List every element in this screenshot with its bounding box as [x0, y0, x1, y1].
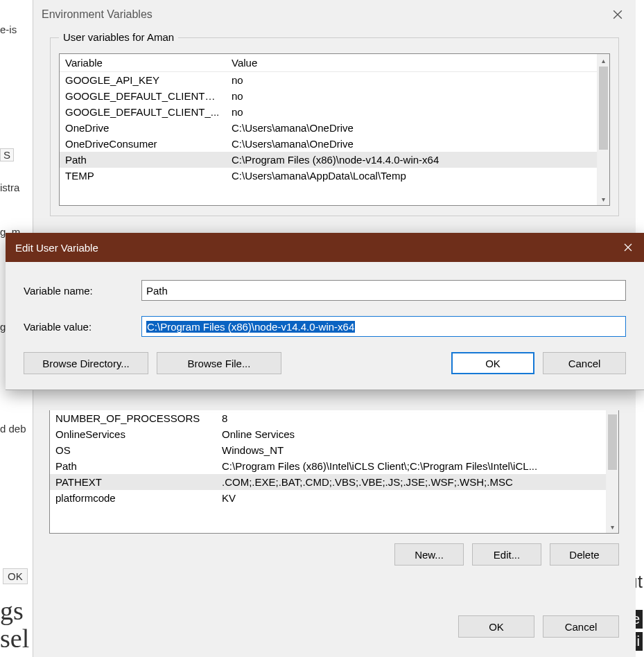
cell-value: C:\Users\amana\AppData\Local\Temp [226, 168, 597, 184]
cell-value: .COM;.EXE;.BAT;.CMD;.VBS;.VBE;.JS;.JSE;.… [216, 474, 606, 490]
cell-variable: PATHEXT [50, 474, 216, 490]
cell-value: 8 [216, 410, 606, 426]
cell-value: C:\Users\amana\OneDrive [226, 120, 597, 136]
bg-fragment: istra [0, 182, 19, 193]
table-row[interactable]: GOOGLE_DEFAULT_CLIENT_IDno [60, 88, 597, 104]
dialog-footer-buttons: OK Cancel [49, 615, 619, 638]
cell-variable: NUMBER_OF_PROCESSORS [50, 410, 216, 426]
cell-variable: OneDrive [60, 120, 226, 136]
browse-file-button[interactable]: Browse File... [157, 352, 281, 374]
table-row[interactable]: TEMPC:\Users\amana\AppData\Local\Temp [60, 168, 597, 184]
close-icon[interactable] [604, 4, 632, 25]
system-variables-list[interactable]: NUMBER_OF_PROCESSORS8OnlineServicesOnlin… [49, 410, 619, 534]
bg-large-fragment: sel [0, 625, 29, 653]
table-row[interactable]: GOOGLE_DEFAULT_CLIENT_...no [60, 104, 597, 120]
table-row[interactable]: OnlineServicesOnline Services [50, 426, 606, 442]
dialog-title: Environment Variables [33, 0, 636, 29]
cell-value: no [226, 104, 597, 120]
table-row[interactable]: PATHEXT.COM;.EXE;.BAT;.CMD;.VBS;.VBE;.JS… [50, 474, 606, 490]
bg-tab-fragment: S [0, 148, 14, 161]
dialog-title-text: Edit User Variable [15, 242, 98, 254]
new-button[interactable]: New... [394, 543, 464, 566]
user-variables-group: User variables for Aman Variable Value G… [50, 37, 619, 216]
cell-value: C:\Program Files (x86)\Intel\iCLS Client… [216, 458, 606, 474]
ok-button[interactable]: OK [451, 352, 534, 374]
cancel-button[interactable]: Cancel [543, 352, 626, 374]
dialog-titlebar[interactable]: Edit User Variable [6, 233, 644, 262]
edit-button[interactable]: Edit... [472, 543, 541, 566]
table-row[interactable]: OSWindows_NT [50, 442, 606, 458]
scroll-up-icon[interactable]: ▴ [598, 54, 609, 67]
cancel-button[interactable]: Cancel [543, 615, 619, 638]
bg-fragment: d deb [0, 423, 26, 435]
scrollbar[interactable]: ▾ [606, 410, 618, 533]
cell-variable: Path [50, 458, 216, 474]
scroll-thumb[interactable] [599, 67, 608, 150]
scroll-down-icon[interactable]: ▾ [607, 520, 618, 533]
variable-name-label: Variable name: [24, 285, 141, 297]
bg-fragment: e-is [0, 24, 17, 35]
cell-variable: platformcode [50, 490, 216, 506]
cell-value: Online Services [216, 426, 606, 442]
browse-directory-button[interactable]: Browse Directory... [24, 352, 148, 374]
cell-variable: GOOGLE_DEFAULT_CLIENT_ID [60, 88, 226, 104]
scroll-down-icon[interactable]: ▾ [598, 193, 609, 205]
cell-value: no [226, 72, 597, 89]
user-variables-list[interactable]: Variable Value GOOGLE_API_KEYnoGOOGLE_DE… [59, 53, 610, 206]
edit-user-variable-dialog: Edit User Variable Variable name: Variab… [6, 233, 644, 390]
table-row[interactable]: OneDriveC:\Users\amana\OneDrive [60, 120, 597, 136]
table-row[interactable]: OneDriveConsumerC:\Users\amana\OneDrive [60, 136, 597, 152]
table-row[interactable]: platformcodeKV [50, 490, 606, 506]
variable-value-label: Variable value: [24, 321, 141, 333]
cell-variable: GOOGLE_API_KEY [60, 72, 226, 89]
table-row[interactable]: PathC:\Program Files (x86)\node-v14.4.0-… [60, 152, 597, 168]
bg-ok-fragment: OK [3, 568, 28, 584]
table-row[interactable]: PathC:\Program Files (x86)\Intel\iCLS Cl… [50, 458, 606, 474]
bg-large-fragment: gs [0, 597, 24, 625]
delete-button[interactable]: Delete [550, 543, 619, 566]
dialog-title-text: Environment Variables [42, 8, 153, 20]
scrollbar[interactable]: ▴ ▾ [597, 54, 609, 205]
cell-variable: OS [50, 442, 216, 458]
variable-value-input[interactable]: C:\Program Files (x86)\node-v14.4.0-win-… [141, 316, 626, 337]
table-row[interactable]: GOOGLE_API_KEYno [60, 72, 597, 89]
cell-value: KV [216, 490, 606, 506]
close-icon[interactable] [612, 233, 644, 262]
column-header-value[interactable]: Value [226, 54, 597, 72]
cell-value: no [226, 88, 597, 104]
cell-value: C:\Program Files (x86)\node-v14.4.0-win-… [226, 152, 597, 168]
cell-variable: TEMP [60, 168, 226, 184]
cell-variable: OnlineServices [50, 426, 216, 442]
cell-value: Windows_NT [216, 442, 606, 458]
variable-name-input[interactable] [141, 280, 626, 301]
system-variables-group: NUMBER_OF_PROCESSORS8OnlineServicesOnlin… [49, 410, 619, 566]
cell-variable: OneDriveConsumer [60, 136, 226, 152]
ok-button[interactable]: OK [458, 615, 534, 638]
cell-variable: GOOGLE_DEFAULT_CLIENT_... [60, 104, 226, 120]
column-header-variable[interactable]: Variable [60, 54, 226, 72]
scroll-thumb[interactable] [608, 414, 617, 470]
table-row[interactable]: NUMBER_OF_PROCESSORS8 [50, 410, 606, 426]
variable-value-selected-text: C:\Program Files (x86)\node-v14.4.0-win-… [146, 321, 355, 333]
cell-variable: Path [60, 152, 226, 168]
cell-value: C:\Users\amana\OneDrive [226, 136, 597, 152]
user-variables-legend: User variables for Aman [59, 31, 178, 43]
